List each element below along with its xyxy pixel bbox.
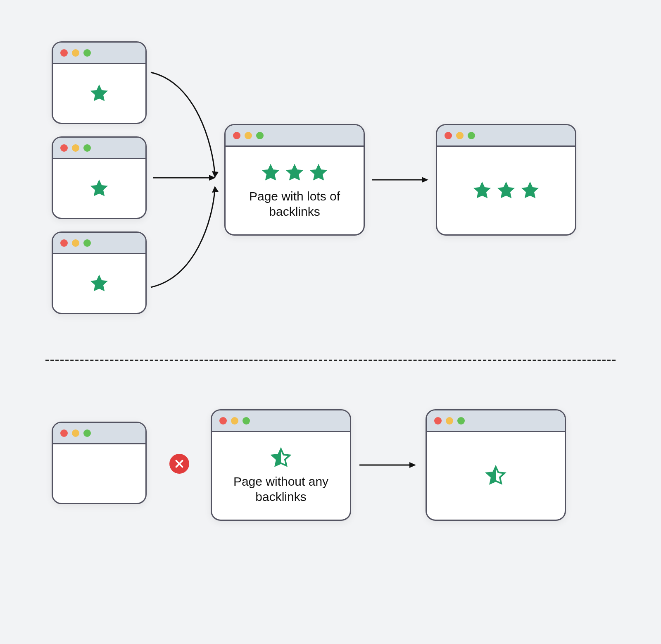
arrow-right-icon <box>153 174 217 182</box>
source-browser-1 <box>52 41 147 124</box>
star-row <box>260 162 329 184</box>
svg-marker-7 <box>409 462 416 468</box>
close-dot-icon <box>434 417 442 425</box>
svg-marker-3 <box>212 186 219 193</box>
titlebar <box>437 125 575 147</box>
star-icon <box>308 162 329 184</box>
svg-marker-2 <box>209 175 216 181</box>
star-icon <box>495 180 517 201</box>
star-row <box>88 83 110 104</box>
center-caption-top: Page with lots of backlinks <box>233 188 356 219</box>
arrow-curve-bottom <box>149 186 221 289</box>
zoom-dot-icon <box>243 417 250 425</box>
zoom-dot-icon <box>468 132 475 139</box>
arrow-right-icon <box>359 461 417 469</box>
titlebar <box>53 423 145 444</box>
minimize-dot-icon <box>446 417 453 425</box>
minimize-dot-icon <box>72 144 79 152</box>
center-browser-bottom: Page without any backlinks <box>211 409 351 521</box>
minimize-dot-icon <box>72 429 79 437</box>
zoom-dot-icon <box>83 429 91 437</box>
diagram-canvas: Page with lots of backlinks <box>0 0 661 644</box>
zoom-dot-icon <box>83 49 91 57</box>
star-icon <box>88 273 110 294</box>
zoom-dot-icon <box>457 417 465 425</box>
zoom-dot-icon <box>83 239 91 247</box>
center-caption-bottom: Page without any backlinks <box>219 474 342 505</box>
star-icon <box>471 180 493 201</box>
source-browser-bottom <box>52 422 147 504</box>
close-dot-icon <box>60 239 68 247</box>
star-icon <box>88 178 110 199</box>
star-icon <box>88 83 110 104</box>
zoom-dot-icon <box>256 132 264 139</box>
x-circle-icon <box>169 454 189 474</box>
zoom-dot-icon <box>83 144 91 152</box>
source-browser-3 <box>52 231 147 314</box>
star-icon <box>519 180 541 201</box>
close-dot-icon <box>60 49 68 57</box>
close-dot-icon <box>219 417 227 425</box>
result-browser-top <box>436 124 576 236</box>
half-star-icon <box>485 465 506 487</box>
star-row <box>270 447 292 469</box>
star-row <box>88 178 110 199</box>
star-icon <box>260 162 281 184</box>
arrow-right-icon <box>372 176 430 184</box>
center-browser-top: Page with lots of backlinks <box>224 124 365 236</box>
minimize-dot-icon <box>72 49 79 57</box>
star-icon <box>284 162 305 184</box>
star-row <box>485 465 506 487</box>
titlebar <box>226 125 364 147</box>
minimize-dot-icon <box>231 417 238 425</box>
close-dot-icon <box>233 132 240 139</box>
close-dot-icon <box>60 144 68 152</box>
close-dot-icon <box>445 132 452 139</box>
half-star-icon <box>270 447 292 469</box>
arrow-curve-top <box>149 70 221 178</box>
minimize-dot-icon <box>245 132 252 139</box>
star-row <box>471 180 541 201</box>
close-dot-icon <box>60 429 68 437</box>
source-browser-2 <box>52 136 147 219</box>
titlebar <box>427 410 565 432</box>
svg-marker-5 <box>422 177 428 183</box>
star-row <box>88 273 110 294</box>
minimize-dot-icon <box>72 239 79 247</box>
titlebar <box>53 43 145 64</box>
result-browser-bottom <box>426 409 566 521</box>
titlebar <box>53 233 145 254</box>
section-divider <box>45 360 616 361</box>
titlebar <box>212 410 350 432</box>
minimize-dot-icon <box>456 132 464 139</box>
titlebar <box>53 138 145 159</box>
